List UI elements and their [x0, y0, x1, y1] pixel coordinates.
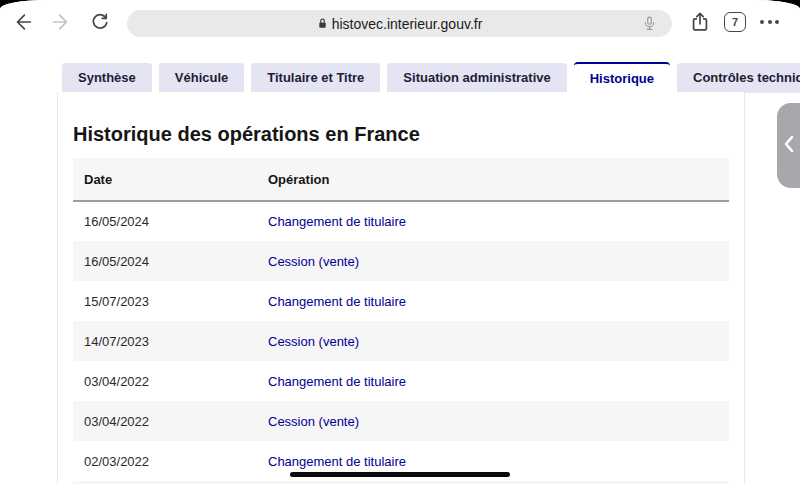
- operation-date: 15/07/2023: [73, 281, 257, 321]
- operation-date: 16/05/2024: [73, 201, 257, 241]
- more-menu-icon: [760, 20, 779, 24]
- chevron-left-icon: [783, 135, 795, 157]
- reload-button[interactable]: [88, 11, 112, 35]
- back-button[interactable]: [11, 11, 35, 35]
- table-body: 16/05/2024 Changement de titulaire 16/05…: [73, 201, 729, 481]
- lock-icon: [317, 17, 328, 30]
- tab-bar: SynthèseVéhiculeTitulaire et TitreSituat…: [62, 62, 800, 93]
- operation-link[interactable]: Cession (vente): [268, 414, 359, 429]
- tab-panel-historique: Historique des opérations en France Date…: [57, 92, 745, 484]
- operation-link[interactable]: Cession (vente): [268, 334, 359, 349]
- operation-date: 03/04/2022: [73, 401, 257, 441]
- table-row: 14/07/2023 Cession (vente): [73, 321, 729, 361]
- page-title: Historique des opérations en France: [73, 122, 729, 146]
- tab-label: Situation administrative: [403, 70, 550, 85]
- browser-toolbar: histovec.interieur.gouv.fr 7: [0, 0, 800, 46]
- operation-link[interactable]: Changement de titulaire: [268, 454, 406, 469]
- table-row: 15/07/2023 Changement de titulaire: [73, 281, 729, 321]
- operation-link[interactable]: Changement de titulaire: [268, 214, 406, 229]
- tab-synthese[interactable]: Synthèse: [62, 63, 152, 93]
- table-row: 16/05/2024 Changement de titulaire: [73, 201, 729, 241]
- microphone-icon[interactable]: [641, 15, 658, 32]
- operation-date: 02/03/2022: [73, 441, 257, 481]
- operation-link[interactable]: Changement de titulaire: [268, 294, 406, 309]
- operation-date: 16/05/2024: [73, 241, 257, 281]
- tab-label: Historique: [590, 71, 654, 86]
- more-menu-button[interactable]: [760, 20, 779, 24]
- operation-link[interactable]: Changement de titulaire: [268, 374, 406, 389]
- tab-vehicule[interactable]: Véhicule: [159, 63, 244, 93]
- tab-situation-administrative[interactable]: Situation administrative: [387, 63, 566, 93]
- tab-switcher-button[interactable]: 7: [724, 12, 746, 32]
- back-arrow-icon: [12, 11, 34, 36]
- forward-arrow-icon: [50, 11, 72, 36]
- slide-over-handle[interactable]: [777, 103, 800, 188]
- tab-count-badge: 7: [732, 16, 738, 28]
- share-button[interactable]: [688, 11, 712, 35]
- browser-window: histovec.interieur.gouv.fr 7 SynthèseVéh…: [0, 0, 800, 484]
- tab-label: Véhicule: [175, 70, 228, 85]
- tab-label: Synthèse: [78, 70, 136, 85]
- address-bar[interactable]: histovec.interieur.gouv.fr: [127, 10, 672, 37]
- tab-titulaire-et-titre[interactable]: Titulaire et Titre: [251, 63, 380, 93]
- reload-icon: [89, 11, 111, 36]
- tab-historique[interactable]: Historique: [574, 62, 670, 93]
- operation-link[interactable]: Cession (vente): [268, 254, 359, 269]
- tab-label: Contrôles techniques: [693, 70, 800, 85]
- table-row: 03/04/2022 Cession (vente): [73, 401, 729, 441]
- column-header-operation: Opération: [257, 158, 729, 201]
- share-icon: [689, 11, 711, 36]
- table-row: 16/05/2024 Cession (vente): [73, 241, 729, 281]
- tab-controles-techniques[interactable]: Contrôles techniques: [677, 63, 800, 93]
- home-indicator[interactable]: [290, 472, 510, 477]
- operation-date: 14/07/2023: [73, 321, 257, 361]
- column-header-date: Date: [73, 158, 257, 201]
- table-row: 03/04/2022 Changement de titulaire: [73, 361, 729, 401]
- table-header-row: Date Opération: [73, 158, 729, 201]
- tab-label: Titulaire et Titre: [267, 70, 364, 85]
- operation-date: 03/04/2022: [73, 361, 257, 401]
- operations-table: Date Opération 16/05/2024 Changement de …: [73, 158, 729, 481]
- forward-button[interactable]: [49, 11, 73, 35]
- url-text: histovec.interieur.gouv.fr: [332, 16, 483, 32]
